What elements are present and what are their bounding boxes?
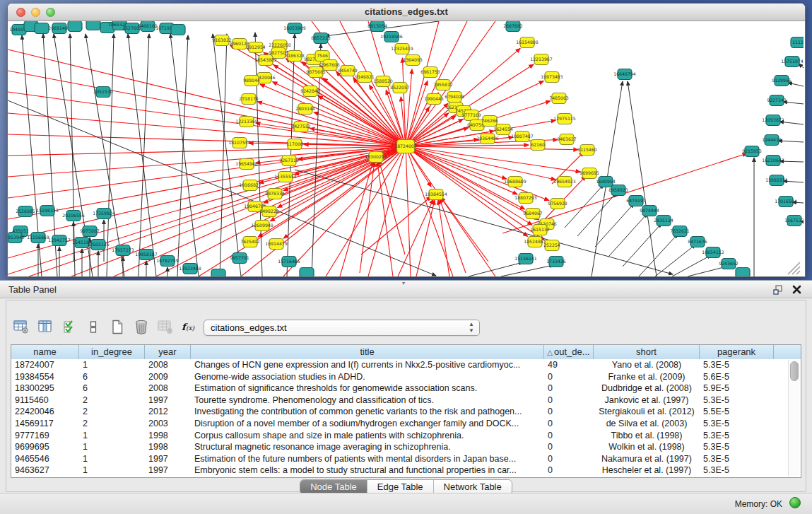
cell-in_degree[interactable]: 6: [79, 382, 145, 395]
graph-node[interactable]: 19654923: [553, 177, 576, 187]
cell-name[interactable]: 18300295: [11, 382, 79, 395]
graph-node[interactable]: 1733426: [546, 257, 566, 267]
cell-year[interactable]: 1998: [145, 430, 191, 442]
cell-name[interactable]: 19384554: [11, 371, 79, 383]
citation-edge-selected[interactable]: [406, 146, 580, 172]
splitter-handle[interactable]: ▾: [402, 280, 405, 286]
graph-node[interactable]: 9227343: [767, 95, 787, 106]
table-row[interactable]: 911546021997Tourette syndrome. Phenomeno…: [11, 395, 801, 407]
graph-node[interactable]: 10654112: [702, 247, 724, 258]
cell-pagerank[interactable]: 5.3E-5: [700, 418, 774, 430]
graph-node[interactable]: 16914479: [265, 239, 288, 250]
graph-node[interactable]: 19218506: [380, 32, 403, 42]
table-row[interactable]: 1456911722003Disruption of a novel membe…: [11, 418, 801, 430]
cell-pagerank[interactable]: 5.6E-5: [700, 371, 774, 383]
cell-in_degree[interactable]: 2: [79, 406, 145, 418]
table-scrollbar[interactable]: [788, 360, 799, 476]
cell-name[interactable]: 9463627: [11, 465, 79, 477]
citation-edge[interactable]: [565, 185, 604, 228]
cell-title[interactable]: Changes of HCN gene expression and I(f) …: [191, 359, 544, 371]
graph-node[interactable]: 8427552: [291, 122, 311, 132]
column-header-out_de[interactable]: △out_de...: [544, 345, 594, 359]
table-row[interactable]: 977716911998Corpus callosum shape and si…: [11, 430, 801, 442]
cell-name[interactable]: 9777169: [11, 430, 79, 442]
table-row[interactable]: 1938455462009Genome-wide association stu…: [11, 371, 801, 383]
tab-node-table[interactable]: Node Table: [300, 480, 367, 494]
citation-edge[interactable]: [177, 35, 188, 276]
network-window[interactable]: citations_edges.txt 19405572069140610653…: [7, 3, 806, 277]
graph-node[interactable]: 9857791: [230, 253, 249, 264]
graph-node[interactable]: 1615132: [530, 225, 550, 235]
graph-node[interactable]: 9129966: [772, 76, 792, 86]
cell-pagerank[interactable]: 5.3E-5: [700, 430, 774, 442]
citation-edge[interactable]: [688, 267, 726, 276]
graph-node[interactable]: 12213967: [530, 54, 553, 65]
graph-node[interactable]: 10688609: [504, 177, 526, 187]
graph-node[interactable]: 8912954: [246, 42, 266, 53]
cell-in_degree[interactable]: 2: [79, 418, 145, 430]
graph-node[interactable]: 2718176: [239, 94, 259, 105]
cell-in_degree[interactable]: 1: [79, 465, 145, 477]
citation-edge-selected[interactable]: [260, 84, 406, 146]
graph-node[interactable]: 11156869: [27, 233, 49, 243]
graph-node[interactable]: 16154808: [516, 37, 539, 48]
cell-year[interactable]: 1997: [145, 453, 191, 465]
graph-node[interactable]: 15992971: [765, 175, 788, 186]
column-header-pagerank[interactable]: pagerank: [700, 345, 774, 359]
citation-edge[interactable]: [623, 223, 661, 267]
citation-edge-selected[interactable]: [8, 134, 406, 146]
graph-node[interactable]: [300, 268, 314, 277]
float-panel-icon[interactable]: [772, 284, 784, 296]
table-panel-titlebar[interactable]: ▾ Table Panel: [0, 280, 812, 298]
cell-title[interactable]: Embryonic stem cells: a model to study s…: [191, 465, 544, 477]
citation-edge[interactable]: [501, 265, 553, 276]
cell-in_degree[interactable]: 2: [79, 395, 145, 407]
cell-out_de[interactable]: 0: [544, 418, 594, 430]
cell-year[interactable]: 1997: [145, 465, 191, 477]
cell-title[interactable]: Genome-wide association studies in ADHD.: [191, 371, 544, 383]
graph-node[interactable]: 2687682: [503, 21, 523, 32]
graph-node[interactable]: 2803144: [295, 104, 315, 115]
graph-node[interactable]: 252254: [543, 240, 560, 251]
cell-short[interactable]: Franke et al. (2009): [594, 371, 700, 383]
table-row[interactable]: 2242004622012Investigating the contribut…: [11, 406, 801, 418]
graph-node[interactable]: 9267110: [279, 156, 299, 166]
cell-name[interactable]: 9699695: [11, 441, 79, 453]
table-row[interactable]: 946362711997Embryonic stem cells: a mode…: [11, 465, 801, 477]
citation-edge-selected[interactable]: [314, 112, 406, 146]
graph-node[interactable]: 6479197: [626, 196, 646, 206]
cell-pagerank[interactable]: 5.3E-5: [700, 465, 774, 477]
citation-edge[interactable]: [608, 214, 647, 257]
cell-out_de[interactable]: 0: [544, 465, 594, 477]
graph-node[interactable]: [86, 21, 100, 30]
citation-edge-selected[interactable]: [340, 161, 373, 276]
cell-name[interactable]: 9115460: [11, 395, 79, 407]
citation-edge[interactable]: [170, 34, 199, 276]
resize-grip-icon[interactable]: [792, 267, 800, 274]
citation-edge[interactable]: [788, 83, 804, 86]
cell-title[interactable]: Disruption of a novel member of a sodium…: [191, 418, 544, 430]
cell-in_degree[interactable]: 1: [79, 359, 145, 371]
graph-node[interactable]: 19384554: [425, 189, 447, 200]
graph-node[interactable]: 9975887: [80, 226, 100, 237]
graph-node[interactable]: 1167533: [784, 216, 804, 226]
cell-out_de[interactable]: 49: [544, 359, 594, 371]
cell-short[interactable]: Stergiakouli et al. (2012): [594, 406, 700, 418]
citation-edge[interactable]: [213, 34, 241, 276]
table-row[interactable]: 1872400712008Changes of HCN gene express…: [11, 359, 801, 371]
graph-node[interactable]: 7955812: [433, 80, 453, 90]
cell-title[interactable]: Estimation of significance thresholds fo…: [191, 382, 544, 395]
cell-title[interactable]: Estimation of the future numbers of pati…: [191, 453, 544, 465]
cell-year[interactable]: 2008: [145, 382, 191, 395]
graph-node[interactable]: 9146821: [355, 72, 375, 83]
tab-network-table[interactable]: Network Table: [434, 480, 512, 494]
graph-node[interactable]: 2051530: [93, 87, 113, 98]
graph-node[interactable]: 9777169: [461, 110, 481, 121]
graph-node[interactable]: 16053809: [283, 23, 306, 34]
graph-node[interactable]: 8471676: [688, 237, 707, 247]
cell-name[interactable]: 22420046: [11, 406, 79, 418]
citation-edge-selected[interactable]: [361, 197, 431, 255]
select-all-rows-button[interactable]: [59, 317, 80, 337]
citation-edge-selected[interactable]: [406, 146, 578, 150]
scrollbar-thumb[interactable]: [790, 361, 799, 381]
